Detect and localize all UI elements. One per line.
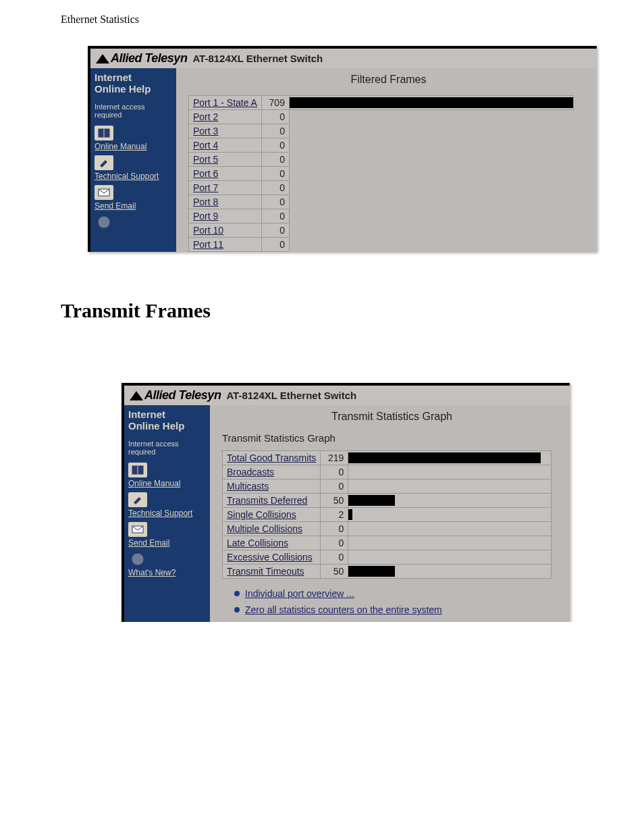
sidebar-item-whats-new[interactable]: [95, 215, 172, 230]
link-individual-port-overview[interactable]: Individual port overview ...: [234, 588, 562, 599]
stat-link[interactable]: Transmits Deferred: [227, 495, 307, 506]
sidebar-item-label: Technical Support: [128, 509, 192, 518]
port-link[interactable]: Port 1 - State A: [193, 97, 257, 108]
tools-icon: [128, 492, 147, 507]
table-row: Port 100: [189, 224, 574, 238]
bar-fill: [348, 509, 352, 520]
value-cell: 2: [321, 508, 348, 522]
stat-link[interactable]: Broadcasts: [227, 467, 274, 477]
panel-titlebar: Allied Telesyn AT-8124XL Ethernet Switch: [90, 49, 597, 68]
sidebar-note-line1: Internet access: [128, 440, 179, 448]
port-link[interactable]: Port 8: [193, 197, 218, 207]
stat-link[interactable]: Excessive Collisions: [227, 552, 313, 563]
table-row: Port 30: [189, 124, 574, 138]
sidebar-item-label: What's New?: [128, 568, 176, 577]
stat-link-cell[interactable]: Single Collisions: [223, 508, 321, 522]
port-link[interactable]: Port 10: [193, 225, 223, 236]
stat-link-cell[interactable]: Excessive Collisions: [223, 550, 321, 565]
stat-link-cell[interactable]: Multiple Collisions: [223, 522, 321, 536]
bar-fill: [348, 452, 541, 463]
port-link-cell[interactable]: Port 7: [189, 181, 262, 195]
port-link-cell[interactable]: Port 10: [189, 224, 262, 238]
sidebar-item-send-email[interactable]: Send Email: [95, 185, 172, 211]
port-link[interactable]: Port 11: [193, 239, 223, 250]
port-link-cell[interactable]: Port 3: [189, 124, 262, 138]
stat-link-cell[interactable]: Late Collisions: [223, 536, 321, 550]
bar-cell: [348, 494, 552, 508]
value-cell: 0: [261, 124, 289, 138]
table-row: Port 70: [189, 181, 574, 195]
sidebar-item-whats-new[interactable]: What's New?: [128, 552, 206, 577]
value-cell: 0: [321, 522, 348, 536]
table-row: Port 20: [189, 110, 574, 124]
stat-link-cell[interactable]: Transmit Timeouts: [223, 565, 321, 579]
stat-link-cell[interactable]: Broadcasts: [223, 465, 321, 479]
bar-fill: [348, 566, 395, 577]
section-heading-transmit-frames: Transmit Frames: [61, 299, 644, 322]
page-title: Ethernet Statistics: [61, 14, 644, 26]
svg-point-7: [132, 553, 144, 565]
sidebar-heading-line2: Online Help: [95, 83, 151, 95]
port-link-cell[interactable]: Port 5: [189, 153, 262, 167]
stat-link[interactable]: Transmit Timeouts: [227, 566, 304, 577]
port-link[interactable]: Port 9: [193, 211, 218, 221]
sidebar-note: Internet access required: [95, 103, 172, 119]
value-cell: 0: [261, 195, 289, 209]
port-link[interactable]: Port 2: [193, 111, 218, 122]
bar-cell: [348, 479, 552, 494]
globe-icon: [128, 552, 147, 567]
sidebar: Internet Online Help Internet access req…: [90, 68, 176, 252]
value-cell: 0: [261, 138, 289, 153]
mail-icon: [128, 522, 147, 537]
action-links: Individual port overview ... Zero all st…: [234, 588, 562, 615]
panel-titlebar: Allied Telesyn AT-8124XL Ethernet Switch: [124, 386, 570, 405]
port-link-cell[interactable]: Port 6: [189, 167, 262, 181]
value-cell: 0: [261, 181, 289, 195]
port-link-cell[interactable]: Port 2: [189, 110, 262, 124]
sidebar-item-online-manual[interactable]: Online Manual: [128, 463, 206, 488]
stat-link[interactable]: Multiple Collisions: [227, 523, 302, 534]
sidebar-note-line2: required: [95, 111, 122, 119]
value-cell: 0: [261, 224, 289, 238]
value-cell: 709: [261, 96, 289, 110]
port-link[interactable]: Port 7: [193, 182, 218, 193]
stat-link-cell[interactable]: Multicasts: [223, 479, 321, 494]
sidebar-item-send-email[interactable]: Send Email: [128, 522, 206, 548]
brand-triangle-icon: [96, 54, 109, 63]
bullet-icon: [234, 591, 240, 596]
stat-link-cell[interactable]: Transmits Deferred: [223, 494, 321, 508]
value-cell: 50: [321, 565, 348, 579]
port-link[interactable]: Port 6: [193, 168, 218, 179]
sidebar-item-technical-support[interactable]: Technical Support: [128, 492, 206, 518]
table-row: Port 60: [189, 167, 574, 181]
value-cell: 0: [261, 238, 289, 252]
sidebar-item-label: Online Manual: [95, 142, 146, 151]
stat-link[interactable]: Single Collisions: [227, 509, 296, 520]
sidebar-heading: Internet Online Help: [95, 72, 172, 95]
book-icon: [128, 463, 147, 477]
stat-link[interactable]: Total Good Transmits: [227, 452, 316, 463]
port-link-cell[interactable]: Port 1 - State A: [189, 96, 262, 110]
stat-link[interactable]: Late Collisions: [227, 538, 288, 548]
port-link-cell[interactable]: Port 11: [189, 238, 262, 252]
stat-link[interactable]: Multicasts: [227, 481, 269, 492]
port-link-cell[interactable]: Port 8: [189, 195, 262, 209]
table-row: Port 1 - State A709: [189, 96, 574, 110]
port-link-cell[interactable]: Port 9: [189, 209, 262, 224]
sidebar-note-line1: Internet access: [95, 103, 145, 111]
port-link[interactable]: Port 3: [193, 126, 218, 136]
sidebar-item-online-manual[interactable]: Online Manual: [95, 126, 172, 151]
value-cell: 50: [321, 494, 348, 508]
table-row: Port 90: [189, 209, 574, 224]
filtered-frames-table: Port 1 - State A709Port 20Port 30Port 40…: [188, 95, 574, 252]
sidebar-item-technical-support[interactable]: Technical Support: [95, 155, 172, 181]
port-link-cell[interactable]: Port 4: [189, 138, 262, 153]
value-cell: 0: [321, 550, 348, 565]
port-link[interactable]: Port 5: [193, 154, 218, 165]
value-cell: 0: [261, 110, 289, 124]
link-zero-all-counters[interactable]: Zero all statistics counters on the enti…: [234, 604, 562, 615]
stat-link-cell[interactable]: Total Good Transmits: [223, 451, 321, 465]
table-row: Port 50: [189, 153, 574, 167]
port-link[interactable]: Port 4: [193, 140, 218, 151]
brand-text: Allied Telesyn: [111, 51, 187, 65]
